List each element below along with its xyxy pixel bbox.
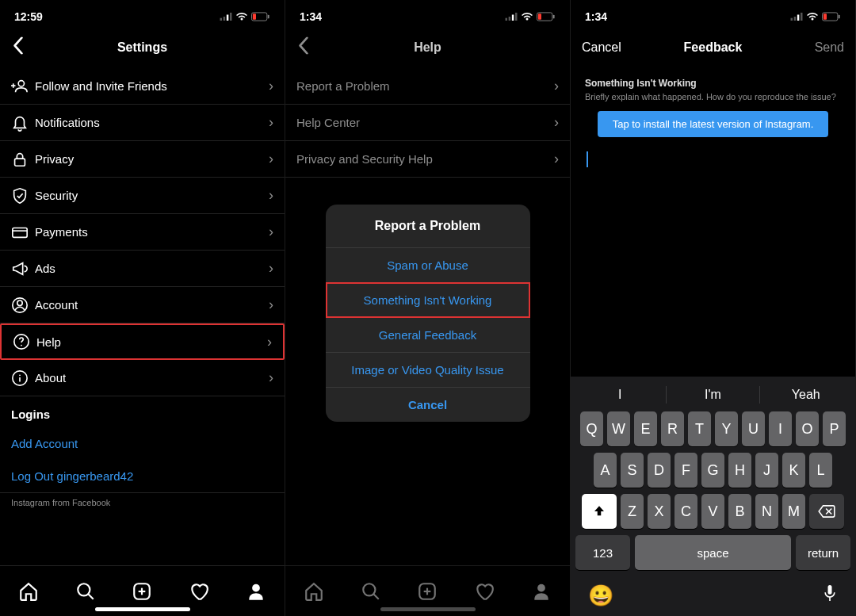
sheet-image-video-quality[interactable]: Image or Video Quality Issue <box>326 353 530 388</box>
suggestion-3[interactable]: Yeah <box>760 388 852 402</box>
logout-link[interactable]: Log Out gingerbeard42 <box>0 460 285 493</box>
chevron-right-icon: › <box>267 334 272 350</box>
emoji-key[interactable]: 😀 <box>588 583 613 608</box>
shift-key[interactable] <box>582 494 617 529</box>
row-ads[interactable]: Ads › <box>0 251 285 287</box>
key-e[interactable]: E <box>634 411 657 446</box>
row-payments[interactable]: Payments › <box>0 214 285 251</box>
svg-rect-40 <box>794 17 797 21</box>
keyboard-suggestions: I I'm Yeah <box>574 381 852 411</box>
row-about[interactable]: About › <box>0 360 285 396</box>
key-i[interactable]: I <box>769 411 792 446</box>
activity-tab[interactable] <box>474 581 495 602</box>
svg-rect-28 <box>512 15 514 21</box>
key-k[interactable]: K <box>782 453 805 488</box>
key-m[interactable]: M <box>782 494 805 529</box>
search-tab[interactable] <box>75 581 96 602</box>
row-label: Report a Problem <box>296 79 554 93</box>
create-tab[interactable] <box>132 581 152 602</box>
search-tab[interactable] <box>361 581 381 602</box>
key-z[interactable]: Z <box>621 494 644 529</box>
key-d[interactable]: D <box>648 453 671 488</box>
key-a[interactable]: A <box>594 453 617 488</box>
svg-point-33 <box>363 583 375 595</box>
key-v[interactable]: V <box>701 494 724 529</box>
back-button[interactable] <box>8 33 29 63</box>
svg-rect-6 <box>253 13 256 19</box>
row-label: Notifications <box>35 116 269 129</box>
row-privacy-security-help[interactable]: Privacy and Security Help › <box>285 141 570 178</box>
cancel-button[interactable]: Cancel <box>582 40 621 55</box>
space-key[interactable]: space <box>635 535 791 570</box>
home-tab[interactable] <box>18 581 39 602</box>
row-label: Privacy and Security Help <box>296 152 554 166</box>
row-privacy[interactable]: Privacy › <box>0 141 285 178</box>
status-time: 12:59 <box>14 10 43 23</box>
chevron-right-icon: › <box>269 114 273 131</box>
key-j[interactable]: J <box>755 453 778 488</box>
chevron-right-icon: › <box>269 78 273 94</box>
key-p[interactable]: P <box>823 411 846 446</box>
key-t[interactable]: T <box>688 411 711 446</box>
feedback-text-input[interactable] <box>571 151 855 167</box>
key-l[interactable]: L <box>809 453 832 488</box>
key-y[interactable]: Y <box>715 411 738 446</box>
profile-tab[interactable] <box>246 581 266 602</box>
backspace-key[interactable] <box>809 494 844 529</box>
create-tab[interactable] <box>417 581 438 602</box>
row-help-center[interactable]: Help Center › <box>285 105 570 141</box>
row-label: Help <box>36 335 267 349</box>
sheet-spam-abuse[interactable]: Spam or Abuse <box>326 248 530 283</box>
row-account[interactable]: Account › <box>0 287 285 323</box>
back-button[interactable] <box>293 33 314 63</box>
row-label: Payments <box>35 225 269 239</box>
numeric-key[interactable]: 123 <box>575 535 630 570</box>
chevron-right-icon: › <box>554 151 559 167</box>
home-indicator <box>95 607 190 611</box>
svg-rect-48 <box>828 585 832 595</box>
info-icon <box>11 369 35 387</box>
activity-tab[interactable] <box>189 581 209 602</box>
follow-invite-icon <box>11 78 35 95</box>
key-n[interactable]: N <box>755 494 778 529</box>
chevron-right-icon: › <box>269 187 273 204</box>
suggestion-2[interactable]: I'm <box>667 388 759 402</box>
key-f[interactable]: F <box>674 453 697 488</box>
svg-rect-2 <box>227 15 229 21</box>
install-latest-button[interactable]: Tap to install the latest version of Ins… <box>598 111 828 137</box>
status-icons <box>790 12 841 21</box>
key-b[interactable]: B <box>728 494 751 529</box>
send-button[interactable]: Send <box>815 40 844 55</box>
key-r[interactable]: R <box>661 411 684 446</box>
add-account-link[interactable]: Add Account <box>0 427 285 460</box>
row-follow-invite[interactable]: Follow and Invite Friends › <box>0 68 285 105</box>
return-key[interactable]: return <box>796 535 850 570</box>
profile-tab[interactable] <box>531 581 552 602</box>
footer-note: Instagram from Facebook <box>0 493 285 517</box>
key-q[interactable]: Q <box>580 411 603 446</box>
sheet-something-isnt-working[interactable]: Something Isn't Working <box>326 283 530 318</box>
key-g[interactable]: G <box>701 453 724 488</box>
key-s[interactable]: S <box>621 453 644 488</box>
key-w[interactable]: W <box>607 411 630 446</box>
key-o[interactable]: O <box>796 411 819 446</box>
row-help[interactable]: Help › <box>0 323 285 360</box>
settings-title: Settings <box>117 40 167 55</box>
sheet-general-feedback[interactable]: General Feedback <box>326 318 530 353</box>
row-report-problem[interactable]: Report a Problem › <box>285 68 570 105</box>
home-tab[interactable] <box>304 581 324 602</box>
status-bar: 1:34 <box>571 0 855 27</box>
row-notifications[interactable]: Notifications › <box>0 105 285 141</box>
key-c[interactable]: C <box>674 494 697 529</box>
chevron-right-icon: › <box>554 78 559 94</box>
keyboard: I I'm Yeah Q W E R T Y U I O P A S D F G… <box>571 377 855 616</box>
suggestion-1[interactable]: I <box>574 388 666 402</box>
mic-key[interactable] <box>822 583 838 608</box>
key-u[interactable]: U <box>742 411 765 446</box>
svg-rect-3 <box>230 13 232 21</box>
row-label: Account <box>35 298 269 312</box>
key-x[interactable]: X <box>648 494 671 529</box>
sheet-cancel[interactable]: Cancel <box>326 388 530 422</box>
key-h[interactable]: H <box>728 453 751 488</box>
row-security[interactable]: Security › <box>0 178 285 214</box>
